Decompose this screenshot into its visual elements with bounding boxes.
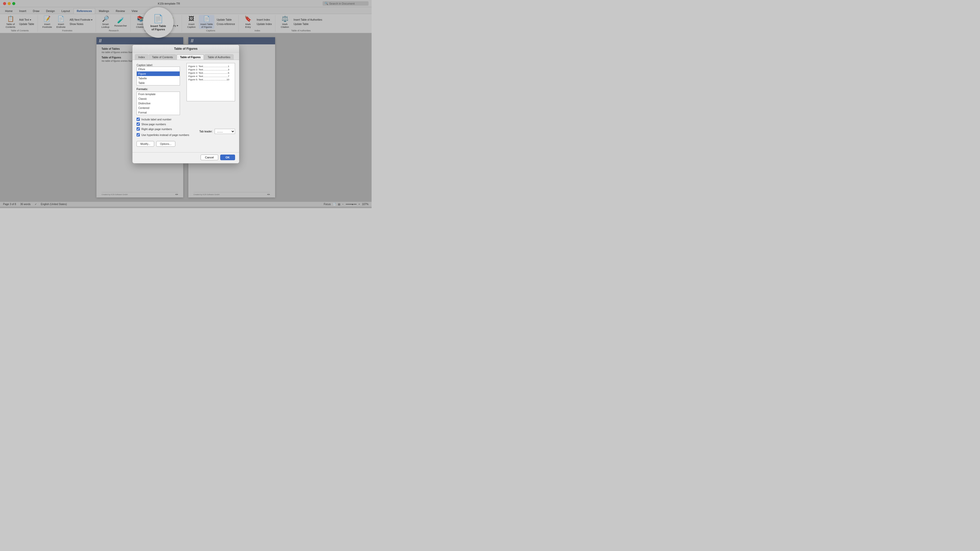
dialog-title: Table of Figures [132, 45, 239, 53]
dialog-tab-toc[interactable]: Table of Contents [149, 54, 177, 60]
dialog-tab-authorities[interactable]: Table of Authorities [204, 54, 234, 60]
preview-line-4: Figure 4: Text..........................… [188, 75, 233, 78]
format-centered[interactable]: Centered [137, 106, 180, 110]
cancel-button[interactable]: Cancel [200, 155, 218, 160]
checkbox-include-label-input[interactable] [137, 118, 140, 121]
checkbox-show-page-input[interactable] [137, 122, 140, 126]
preview-line-1: Figure 1: Text..........................… [188, 65, 233, 68]
caption-left: Caption label: Fifure Figure Tabelle Tab… [137, 63, 184, 115]
format-distinctive[interactable]: Distinctive [137, 101, 180, 106]
caption-item-fifure[interactable]: Fifure [137, 67, 180, 71]
preview-line-3: Figure 3: Text..........................… [188, 71, 233, 74]
dialog-tab-index[interactable]: Index [135, 54, 148, 60]
dialog-tabs: Index Table of Contents Table of Figures… [132, 53, 239, 60]
dialog-tab-figures[interactable]: Table of Figures [177, 54, 204, 60]
caption-item-tabelle[interactable]: Tabelle [137, 76, 180, 81]
options-button[interactable]: Options... [156, 141, 175, 147]
checkbox-include-label-text: Include label and number [142, 118, 172, 121]
format-formal[interactable]: Formal [137, 110, 180, 115]
dialog-action-buttons: Modify... Options... [137, 141, 235, 147]
caption-item-figure[interactable]: Figure [137, 71, 180, 76]
checkbox-hyperlinks-input[interactable] [137, 133, 140, 137]
checkbox-right-align-group: Right align page numbers Use hyperlinks … [137, 127, 189, 138]
dialog-footer: Cancel OK [132, 152, 239, 163]
checkbox-right-align-text: Right align page numbers [142, 127, 172, 130]
caption-label-list: Fifure Figure Tabelle Table [137, 67, 180, 86]
checkbox-show-page: Show page numbers [137, 122, 235, 126]
tab-leader-select[interactable]: ........ [215, 129, 235, 134]
preview-area: Figure 1: Text..........................… [186, 63, 235, 101]
dialog-body: Caption label: Fifure Figure Tabelle Tab… [132, 60, 239, 152]
ok-button[interactable]: OK [220, 155, 235, 160]
checkbox-include-label: Include label and number [137, 118, 235, 121]
tab-leader-row: Tab leader: ........ [199, 129, 235, 134]
formats-list: From template Classic Distinctive Center… [137, 92, 180, 115]
checkbox-hyperlinks: Use hyperlinks instead of page numbers [137, 133, 189, 137]
tab-leader-label: Tab leader: [199, 130, 213, 133]
preview-line-5: Figure 5: Text..........................… [188, 78, 233, 81]
format-from-template[interactable]: From template [137, 92, 180, 97]
preview-right: Figure 1: Text..........................… [186, 63, 235, 101]
checkbox-show-page-text: Show page numbers [142, 123, 166, 126]
checkbox-right-align: Right align page numbers [137, 127, 189, 130]
checkbox-right-align-input[interactable] [137, 127, 140, 130]
preview-line-2: Figure 2: Text..........................… [188, 68, 233, 71]
modal-overlay: Table of Figures Index Table of Contents… [0, 0, 372, 208]
checkbox-hyperlinks-text: Use hyperlinks instead of page numbers [142, 133, 189, 137]
checkboxes-section: Include label and number Show page numbe… [137, 118, 235, 138]
formats-label-text: Formats: [137, 87, 184, 91]
caption-item-table[interactable]: Table [137, 81, 180, 85]
format-classic[interactable]: Classic [137, 97, 180, 101]
table-of-figures-dialog: Table of Figures Index Table of Contents… [132, 44, 239, 164]
modify-button[interactable]: Modify... [137, 141, 154, 147]
caption-label-text: Caption label: [137, 63, 184, 67]
caption-label-row: Caption label: Fifure Figure Tabelle Tab… [137, 63, 235, 115]
